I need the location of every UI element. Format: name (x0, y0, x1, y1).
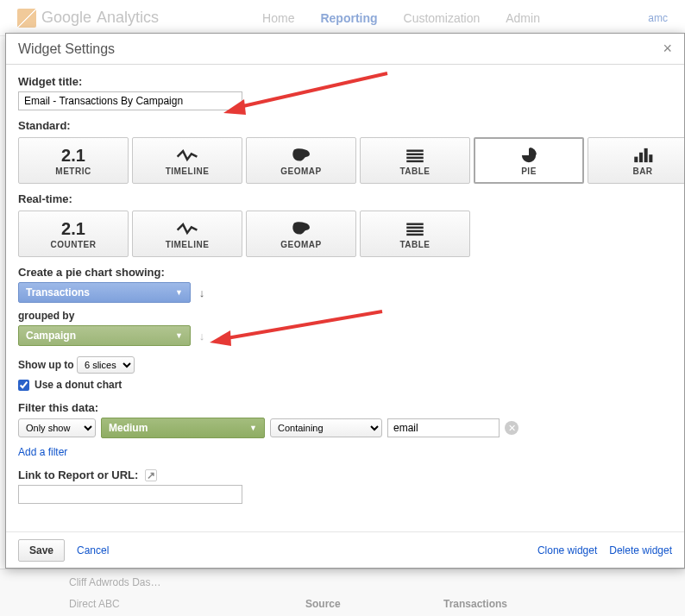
standard-label: Standard: (18, 119, 672, 132)
svg-rect-10 (406, 223, 424, 224)
tile-label: BAR (632, 167, 652, 176)
chevron-down-icon: ▼ (242, 424, 257, 432)
geomap-icon (290, 219, 312, 238)
realtime-label: Real-time: (18, 192, 672, 205)
svg-rect-2 (406, 149, 424, 151)
ga-logo-icon (17, 9, 36, 28)
svg-rect-3 (406, 153, 424, 154)
pie-icon (518, 146, 540, 165)
tile-label: METRIC (55, 167, 91, 176)
donut-checkbox[interactable] (18, 380, 29, 391)
metric-icon: 2.1 (61, 146, 85, 165)
bg-col-source: Source (305, 598, 443, 610)
save-button[interactable]: Save (18, 539, 65, 562)
tile-geomap[interactable]: GEOMAP (246, 211, 356, 257)
svg-rect-6 (634, 156, 638, 162)
donut-label: Use a donut chart (35, 379, 122, 391)
filter-dimension-value: Medium (109, 422, 148, 434)
modal-header: Widget Settings × (6, 34, 684, 65)
filter-match-select[interactable]: Containing (270, 418, 382, 437)
svg-rect-12 (406, 229, 424, 231)
tile-label: TIMELINE (166, 240, 210, 249)
brand-text-2: Analytics (97, 9, 159, 27)
user-label: amc (648, 12, 668, 24)
svg-rect-5 (406, 160, 424, 161)
nav-customization[interactable]: Customization (404, 11, 481, 25)
tile-label: TIMELINE (166, 167, 210, 176)
tile-counter[interactable]: 2.1COUNTER (18, 211, 129, 257)
svg-rect-13 (406, 233, 424, 235)
link-report-label: Link to Report or URL: ↗ (18, 468, 672, 481)
tile-label: GEOMAP (280, 167, 321, 176)
clone-widget-link[interactable]: Clone widget (537, 544, 597, 556)
table-icon (404, 146, 426, 165)
svg-rect-7 (639, 152, 643, 161)
grouped-by-label: grouped by (18, 310, 672, 322)
backdrop-header: Google Analytics Home Reporting Customiz… (0, 0, 685, 36)
svg-rect-11 (406, 226, 424, 228)
svg-rect-8 (644, 148, 648, 161)
modal-body: Widget title: Standard: 2.1METRICTIMELIN… (6, 65, 684, 531)
add-filter-link[interactable]: Add a filter (18, 446, 67, 458)
filter-value-input[interactable] (387, 418, 500, 437)
counter-icon: 2.1 (61, 219, 85, 238)
widget-title-label: Widget title: (18, 75, 672, 88)
delete-widget-link[interactable]: Delete widget (609, 544, 672, 556)
tile-label: GEOMAP (280, 240, 321, 249)
timeline-icon (176, 219, 198, 238)
bg-col-transactions: Transactions (443, 598, 616, 610)
chevron-down-icon: ▼ (168, 288, 183, 297)
slices-select[interactable]: 6 slices (77, 356, 135, 374)
table-icon (404, 219, 426, 238)
cancel-link[interactable]: Cancel (77, 544, 109, 556)
tile-metric[interactable]: 2.1METRIC (18, 137, 129, 184)
filter-dimension-dropdown[interactable]: Medium ▼ (101, 418, 265, 438)
show-up-to-row: Show up to 6 slices (18, 356, 672, 374)
tile-table[interactable]: TABLE (360, 137, 470, 184)
tile-pie[interactable]: PIE (474, 137, 584, 184)
dimension-value: Campaign (26, 330, 76, 342)
filter-row: Only show Medium ▼ Containing ✕ (18, 418, 672, 438)
sort-arrow-icon[interactable]: ↓ (199, 330, 205, 343)
popout-icon[interactable]: ↗ (145, 469, 157, 481)
filter-label: Filter this data: (18, 401, 672, 414)
timeline-icon (176, 146, 198, 165)
brand-text-1: Google (41, 9, 91, 27)
tile-label: PIE (521, 167, 537, 176)
metric-dropdown[interactable]: Transactions ▼ (18, 282, 191, 303)
modal-footer: Save Cancel Clone widget Delete widget (6, 531, 684, 568)
widget-title-input[interactable] (18, 91, 242, 110)
tile-label: TABLE (399, 240, 430, 249)
standard-tile-row: 2.1METRICTIMELINEGEOMAPTABLEPIEBAR (18, 137, 672, 184)
sort-arrow-icon[interactable]: ↓ (199, 286, 205, 299)
tile-label: COUNTER (51, 240, 97, 249)
bg-row-1: Cliff Adwrods Das… (69, 576, 616, 588)
ga-logo: Google Analytics (17, 9, 159, 28)
nav-reporting[interactable]: Reporting (320, 11, 377, 25)
geomap-icon (290, 146, 312, 165)
filter-mode-select[interactable]: Only show (18, 418, 96, 437)
bar-icon (632, 146, 654, 165)
nav-home[interactable]: Home (262, 11, 294, 25)
tile-timeline[interactable]: TIMELINE (132, 211, 242, 257)
show-up-to-label: Show up to (18, 359, 74, 371)
dimension-dropdown[interactable]: Campaign ▼ (18, 325, 191, 346)
remove-filter-icon[interactable]: ✕ (505, 421, 518, 435)
top-nav: Home Reporting Customization Admin (262, 11, 540, 25)
chevron-down-icon: ▼ (168, 331, 183, 340)
tile-label: TABLE (399, 167, 430, 176)
widget-settings-modal: Widget Settings × Widget title: Standard… (5, 33, 685, 569)
modal-title: Widget Settings (18, 41, 115, 57)
tile-bar[interactable]: BAR (588, 137, 684, 184)
tile-geomap[interactable]: GEOMAP (246, 137, 356, 184)
bg-row-2: Direct ABC (69, 598, 242, 610)
close-icon[interactable]: × (663, 40, 672, 58)
nav-admin[interactable]: Admin (506, 11, 540, 25)
pie-metric-label: Create a pie chart showing: (18, 266, 672, 279)
tile-table[interactable]: TABLE (360, 211, 470, 257)
link-report-input[interactable] (18, 485, 242, 504)
tile-timeline[interactable]: TIMELINE (132, 137, 242, 184)
realtime-tile-row: 2.1COUNTERTIMELINEGEOMAPTABLE (18, 211, 672, 257)
svg-rect-4 (406, 156, 424, 158)
svg-rect-9 (649, 154, 652, 162)
